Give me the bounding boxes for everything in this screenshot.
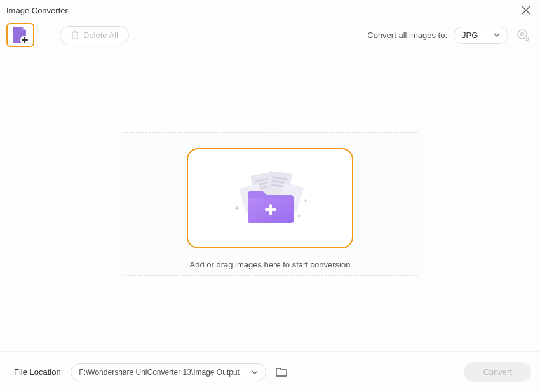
format-selected-value: JPG [462, 30, 478, 40]
drop-illustration [229, 170, 311, 227]
gear-icon [516, 29, 529, 41]
main-area: Add or drag images here to start convers… [0, 56, 540, 276]
trash-icon [71, 30, 79, 39]
folder-plus-icon [246, 189, 295, 224]
svg-point-3 [521, 33, 524, 36]
delete-all-label: Delete All [83, 30, 118, 40]
drop-target[interactable] [187, 148, 353, 248]
file-location-path: F:\Wondershare UniConverter 13\Image Out… [79, 368, 240, 377]
format-select[interactable]: JPG [454, 27, 508, 44]
close-button[interactable] [520, 4, 532, 17]
toolbar: Delete All Convert all images to: JPG [0, 19, 540, 56]
drop-zone: Add or drag images here to start convers… [121, 132, 419, 276]
footer: File Location: F:\Wondershare UniConvert… [0, 351, 540, 392]
settings-button[interactable] [515, 27, 531, 43]
add-file-button[interactable] [6, 23, 34, 47]
titlebar: Image Converter [0, 0, 540, 19]
window-title: Image Converter [6, 6, 68, 15]
file-location-label: File Location: [14, 367, 63, 377]
toolbar-right: Convert all images to: JPG [367, 27, 531, 44]
delete-all-button[interactable]: Delete All [60, 26, 129, 44]
drop-zone-text: Add or drag images here to start convers… [190, 260, 351, 269]
browse-folder-button[interactable] [274, 365, 289, 380]
folder-icon [276, 367, 287, 377]
convert-all-label: Convert all images to: [367, 30, 447, 40]
chevron-down-icon [252, 370, 258, 374]
convert-button[interactable]: Convert [464, 362, 531, 382]
chevron-down-icon [494, 33, 500, 37]
add-file-icon [12, 26, 29, 44]
file-location-select[interactable]: F:\Wondershare UniConverter 13\Image Out… [71, 363, 266, 381]
close-icon [522, 6, 530, 15]
